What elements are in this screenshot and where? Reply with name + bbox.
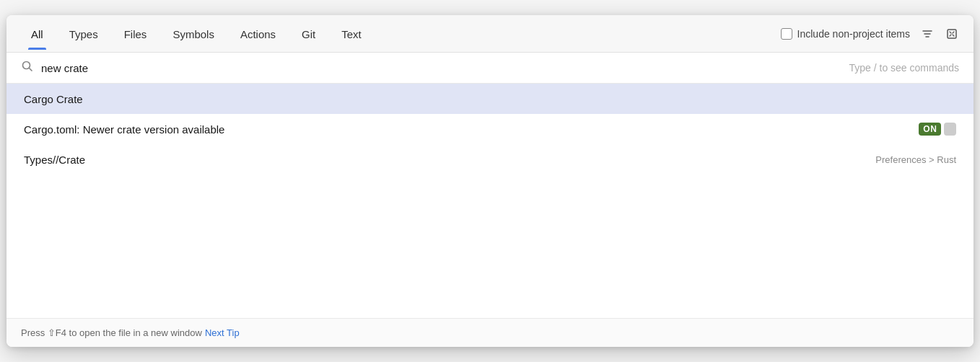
include-non-project-container: Include non-project items [781,28,910,40]
include-non-project-checkbox[interactable] [781,28,792,40]
results-list: Cargo Crate Cargo.toml: Newer crate vers… [6,84,974,318]
search-row: Type / to see commands [6,53,974,84]
expand-icon-button[interactable] [942,24,962,44]
search-hint: Type / to see commands [849,62,959,74]
search-dialog: All Types Files Symbols Actions Git Text… [6,15,974,347]
toggle-off-part [944,123,956,136]
expand-icon [946,28,958,40]
result-label: Types//Crate [24,154,875,166]
tab-actions[interactable]: Actions [227,18,289,49]
search-input[interactable] [41,62,841,74]
next-tip-button[interactable]: Next Tip [205,327,240,338]
toggle-wrap: ON [919,123,956,136]
tab-symbols[interactable]: Symbols [159,18,227,49]
tab-all[interactable]: All [18,18,56,49]
tab-types[interactable]: Types [56,18,111,49]
svg-rect-0 [948,30,956,38]
toolbar-icons [917,24,962,44]
result-item-cargo-crate[interactable]: Cargo Crate [6,84,974,114]
tab-files[interactable]: Files [111,18,160,49]
tab-git[interactable]: Git [289,18,328,49]
result-label: Cargo.toml: Newer crate version availabl… [24,123,919,136]
tabs-row: All Types Files Symbols Actions Git Text… [6,15,974,53]
search-icon [21,60,34,76]
footer-tip-text: Press ⇧F4 to open the file in a new wind… [21,327,202,338]
result-label: Cargo Crate [24,93,956,105]
include-non-project-label: Include non-project items [797,28,910,40]
footer: Press ⇧F4 to open the file in a new wind… [6,318,974,347]
result-meta: Preferences > Rust [875,154,956,165]
toggle-on-label: ON [919,123,941,136]
result-item-types-crate[interactable]: Types//Crate Preferences > Rust [6,144,974,175]
filter-icon [922,28,933,40]
filter-icon-button[interactable] [917,24,937,44]
tab-text[interactable]: Text [328,18,375,49]
result-item-cargo-toml[interactable]: Cargo.toml: Newer crate version availabl… [6,114,974,144]
